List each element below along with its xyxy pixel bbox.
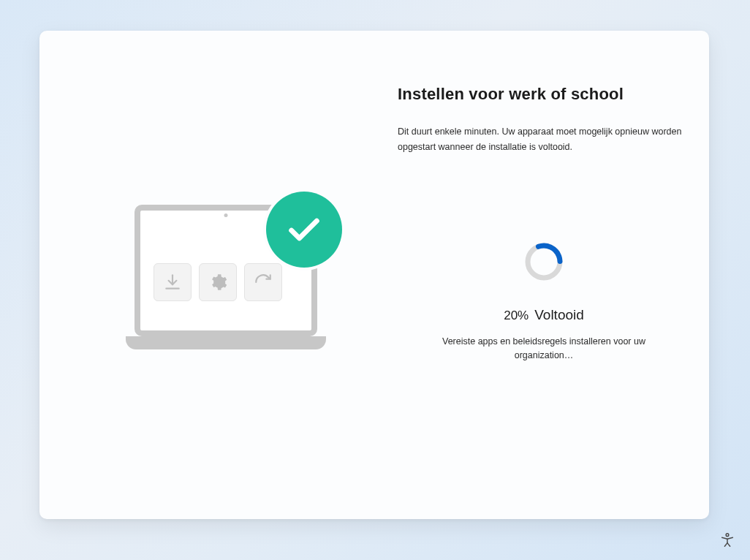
checkmark-badge [266, 192, 342, 268]
progress-percent: 20% [504, 309, 529, 322]
page-title: Instellen voor werk of school [398, 85, 690, 104]
laptop-camera-dot [224, 213, 228, 217]
download-icon [154, 263, 192, 301]
setup-panel: Instellen voor werk of school Dit duurt … [39, 31, 709, 519]
svg-point-2 [726, 534, 729, 537]
progress-detail: Vereiste apps en beleidsregels installer… [427, 335, 661, 363]
illustration-tiles [154, 263, 282, 301]
setup-illustration [135, 205, 325, 357]
checkmark-icon [285, 211, 323, 249]
progress-block: 20% Voltooid Vereiste apps en beleidsreg… [398, 241, 690, 363]
progress-spinner-icon [523, 241, 564, 282]
header-block: Instellen voor werk of school Dit duurt … [398, 85, 690, 154]
page-subtitle: Dit duurt enkele minuten. Uw apparaat mo… [398, 124, 690, 154]
accessibility-icon [719, 532, 735, 548]
gear-icon [199, 263, 237, 301]
refresh-icon [244, 263, 282, 301]
accessibility-button[interactable] [718, 531, 737, 550]
laptop-base [126, 336, 326, 349]
progress-percent-label: Voltooid [534, 307, 584, 322]
progress-percent-line: 20% Voltooid [398, 307, 690, 323]
